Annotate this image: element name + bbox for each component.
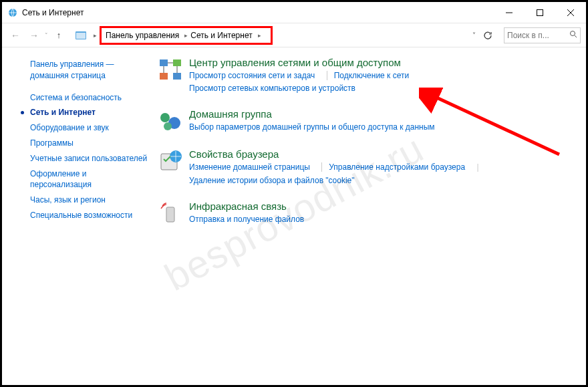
link-delete-history[interactable]: Удаление истории обзора и файлов "cookie… (189, 176, 355, 185)
link-view-network-computers[interactable]: Просмотр сетевых компьютеров и устройств (189, 84, 355, 93)
forward-button[interactable]: → (26, 27, 42, 43)
category-title[interactable]: Центр управления сетями и общим доступом (189, 57, 574, 68)
back-button[interactable]: ← (7, 27, 23, 43)
category-homegroup: Домашняя группа Выбор параметров домашне… (157, 108, 574, 135)
category-network-sharing: Центр управления сетями и общим доступом… (157, 57, 574, 95)
minimize-button[interactable] (494, 2, 525, 23)
category-infrared: Инфракрасная связь Отправка и получение … (157, 201, 574, 227)
svg-point-16 (160, 113, 170, 122)
sidebar: Панель управления — домашняя страница Си… (2, 47, 149, 385)
search-input[interactable]: Поиск в п... (504, 27, 581, 43)
svg-line-8 (575, 35, 577, 37)
sidebar-item-appearance[interactable]: Оформление и персонализация (2, 166, 149, 193)
category-links: Выбор параметров домашней группы и общег… (189, 121, 574, 134)
chevron-right-icon: ▸ (258, 32, 261, 39)
svg-point-7 (571, 31, 575, 36)
svg-point-18 (164, 122, 172, 130)
svg-rect-10 (173, 59, 181, 66)
sidebar-item-ease-of-access[interactable]: Специальные возможности (2, 208, 149, 223)
link-view-network-status[interactable]: Просмотр состояния сети и задач (189, 71, 315, 80)
address-dropdown-icon[interactable]: ˅ (472, 31, 476, 39)
close-button[interactable] (555, 2, 586, 23)
chevron-right-icon: ▸ (94, 32, 97, 39)
link-connect-to-network[interactable]: Подключение к сети (327, 71, 409, 80)
content: Центр управления сетями и общим доступом… (149, 47, 586, 385)
control-panel-icon (75, 29, 87, 41)
link-side-divider: | (476, 162, 478, 172)
up-button[interactable]: ↑ (51, 27, 67, 43)
window-controls (494, 2, 586, 23)
maximize-button[interactable] (525, 2, 555, 23)
sidebar-item-clock-language-region[interactable]: Часы, язык и регион (2, 192, 149, 208)
sidebar-item-user-accounts[interactable]: Учетные записи пользователей (2, 151, 149, 166)
network-sharing-icon (157, 57, 184, 84)
link-homegroup-settings[interactable]: Выбор параметров домашней группы и общег… (189, 122, 435, 132)
category-internet-options: Свойства браузера Изменение домашней стр… (157, 148, 574, 186)
sidebar-item-hardware-sound[interactable]: Оборудование и звук (2, 120, 149, 136)
svg-rect-11 (160, 73, 168, 80)
sidebar-home-link[interactable]: Панель управления — домашняя страница (2, 57, 149, 84)
window-title: Сеть и Интернет (22, 8, 84, 17)
app-icon (7, 7, 18, 18)
sidebar-item-programs[interactable]: Программы (2, 136, 149, 151)
body: Панель управления — домашняя страница Си… (2, 47, 586, 385)
internet-options-icon (157, 148, 184, 175)
window: Сеть и Интернет ← → ˅ ↑ ▸ Панель управле… (0, 0, 588, 387)
breadcrumb[interactable]: ▸ Панель управления ▸ Сеть и Интернет ▸ … (72, 27, 498, 44)
category-links: Изменение домашней страницы Управление н… (189, 161, 574, 186)
svg-rect-6 (76, 33, 86, 39)
link-change-homepage[interactable]: Изменение домашней страницы (189, 162, 310, 172)
category-links: Просмотр состояния сети и задач Подключе… (189, 70, 574, 95)
toolbar: ← → ˅ ↑ ▸ Панель управления ▸ Сеть и Инт… (2, 23, 586, 47)
link-manage-addons[interactable]: Управление надстройками браузера (321, 162, 465, 172)
titlebar: Сеть и Интернет (2, 2, 586, 23)
svg-rect-12 (173, 73, 181, 80)
link-send-receive-files[interactable]: Отправка и получение файлов (189, 215, 304, 224)
svg-rect-9 (160, 59, 168, 66)
svg-rect-21 (166, 207, 174, 222)
breadcrumb-highlight: Панель управления ▸ Сеть и Интернет ▸ (100, 26, 273, 45)
category-title[interactable]: Свойства браузера (189, 148, 574, 160)
sidebar-item-system-security[interactable]: Система и безопасность (2, 90, 149, 106)
search-placeholder: Поиск в п... (507, 31, 549, 40)
homegroup-icon (157, 108, 184, 135)
chevron-right-icon: ▸ (184, 32, 188, 39)
search-icon (569, 30, 577, 40)
breadcrumb-item-0[interactable]: Панель управления (106, 31, 179, 40)
category-title[interactable]: Инфракрасная связь (189, 201, 574, 212)
refresh-button[interactable] (481, 29, 494, 42)
history-dropdown-icon[interactable]: ˅ (45, 32, 48, 39)
category-title[interactable]: Домашняя группа (189, 108, 574, 120)
svg-rect-2 (537, 9, 543, 15)
infrared-icon (157, 201, 184, 227)
breadcrumb-item-1[interactable]: Сеть и Интернет (190, 31, 252, 40)
category-links: Отправка и получение файлов (189, 213, 574, 226)
sidebar-item-network-internet[interactable]: Сеть и Интернет (2, 105, 149, 120)
